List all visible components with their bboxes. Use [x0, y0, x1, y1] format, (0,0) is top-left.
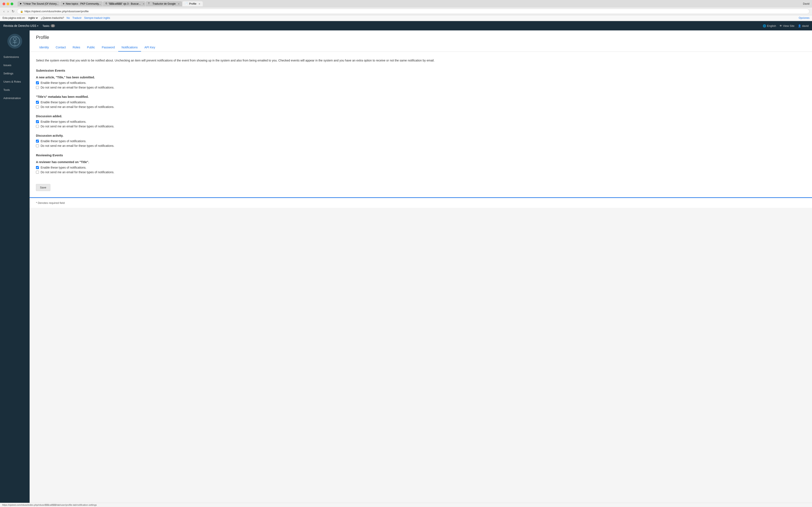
view-site-label: View Site [783, 24, 795, 27]
sidebar-label-users-roles: Users & Roles [3, 80, 21, 83]
maximize-window-button[interactable] [11, 3, 13, 5]
checkbox-row-reviewer-commented-enable: Enable these types of notifications. [36, 166, 806, 169]
browser-tab-5[interactable]: 📄 Profile ✕ [183, 1, 203, 6]
tab-title-2: New topics · PKP Community... [66, 2, 101, 5]
checkbox-row-discussion-added-email: Do not send me an email for these types … [36, 125, 806, 128]
checkbox-new-article-enable[interactable] [36, 81, 39, 84]
checkbox-new-article-email[interactable] [36, 86, 39, 89]
checkbox-discussion-added-enable[interactable] [36, 120, 39, 123]
page-header: Profile Identity Contact Roles Public Pa… [30, 31, 812, 52]
browser-tab-3[interactable]: G "$$$call$$$" ojs 3 - Buscar... ✕ [103, 1, 145, 6]
back-button[interactable]: ‹ [3, 9, 5, 14]
tab-public[interactable]: Public [84, 44, 98, 52]
checkbox-title-metadata-email[interactable] [36, 105, 39, 108]
tab-contact[interactable]: Contact [52, 44, 69, 52]
checkbox-label-title-metadata-enable: Enable these types of notifications. [41, 101, 86, 104]
checkbox-reviewer-commented-enable[interactable] [36, 166, 39, 169]
tasks-count: 0 [51, 24, 55, 27]
window-controls [3, 3, 13, 5]
tab-bar: Identity Contact Roles Public Password N… [36, 44, 806, 52]
reload-button[interactable]: ↻ [11, 9, 15, 14]
sidebar-logo: USS [7, 34, 22, 49]
app-wrapper: Revista de Derecho USS ▾ Tasks 0 🌐 Engli… [0, 21, 812, 503]
checkbox-reviewer-commented-email[interactable] [36, 171, 39, 174]
language-link[interactable]: 🌐 English [763, 24, 776, 27]
browser-tab-1[interactable]: ▶ "I Hear The Sound (Of Victory... ✕ [17, 1, 60, 6]
tab-identity[interactable]: Identity [36, 44, 52, 52]
status-url: https://ojstest.com/rduss/index.php/rdus… [2, 504, 97, 506]
sidebar-item-settings[interactable]: Settings [0, 69, 30, 77]
sidebar-label-issues: Issues [3, 64, 11, 67]
checkbox-discussion-activity-email[interactable] [36, 144, 39, 147]
sidebar-item-administration[interactable]: Administration [0, 94, 30, 102]
forward-button[interactable]: › [7, 9, 9, 14]
browser-tab-2[interactable]: ◈ New topics · PKP Community... ✕ [60, 1, 103, 6]
translate-yes-button[interactable]: Traducir [72, 16, 82, 19]
browser-titlebar: ▶ "I Hear The Sound (Of Victory... ✕ ◈ N… [0, 0, 812, 8]
language-icon: 🌐 [763, 24, 766, 27]
translate-always-button[interactable]: Siempre traducir inglés [84, 16, 110, 19]
submission-events-heading: Submission Events [36, 69, 806, 72]
tab-close-3[interactable]: ✕ [143, 3, 144, 5]
tab-close-5[interactable]: ✕ [199, 3, 200, 5]
lock-icon: 🔒 [20, 10, 23, 13]
tab-api-key[interactable]: API Key [141, 44, 159, 52]
top-nav-right: 🌐 English 👁 View Site 👤 david [763, 24, 809, 27]
translate-options-button[interactable]: Opciones [799, 16, 809, 19]
journal-name[interactable]: Revista de Derecho USS ▾ [3, 24, 38, 27]
checkbox-label-discussion-added-enable: Enable these types of notifications. [41, 120, 86, 123]
sidebar-label-submissions: Submissions [3, 55, 19, 59]
translate-language-select[interactable]: inglés [28, 16, 39, 20]
translate-bar: Esta página está en inglés ¿Quieres trad… [0, 15, 812, 21]
tab-password[interactable]: Password [98, 44, 118, 52]
notification-group-discussion-added: Discussion added. Enable these types of … [36, 114, 806, 128]
tab-title-3: "$$$call$$$" ojs 3 - Buscar... [108, 2, 141, 5]
tab-favicon-2: ◈ [63, 2, 64, 5]
user-label: david [802, 24, 809, 27]
tab-notifications[interactable]: Notifications [118, 44, 141, 52]
browser-tab-4[interactable]: T Traductor de Google ✕ [146, 1, 182, 6]
sidebar-item-issues[interactable]: Issues [0, 61, 30, 69]
notification-group-discussion-activity: Discussion activity. Enable these types … [36, 134, 806, 148]
sidebar-item-submissions[interactable]: Submissions [0, 53, 30, 61]
translate-prefix: Esta página está en [3, 16, 25, 19]
checkbox-row-reviewer-commented-email: Do not send me an email for these types … [36, 170, 806, 174]
tab-close-4[interactable]: ✕ [178, 3, 180, 5]
reviewing-events-heading: Reviewing Events [36, 153, 806, 157]
notification-title-reviewer-commented: A reviewer has commented on "Title". [36, 160, 806, 164]
journal-name-text: Revista de Derecho USS [3, 24, 36, 27]
checkbox-title-metadata-enable[interactable] [36, 101, 39, 104]
translate-no-button[interactable]: No [67, 16, 70, 19]
address-bar[interactable]: 🔒 https://ojstest.com/rduss/index.php/rd… [17, 9, 809, 14]
checkbox-discussion-added-email[interactable] [36, 125, 39, 128]
browser-chrome: ▶ "I Hear The Sound (Of Victory... ✕ ◈ N… [0, 0, 812, 21]
save-button[interactable]: Save [36, 184, 50, 191]
checkbox-label-reviewer-commented-email: Do not send me an email for these types … [41, 170, 114, 174]
notification-group-title-metadata: "Title's" metadata has been modified. En… [36, 95, 806, 109]
sidebar-navigation: Submissions Issues Settings Users & Role… [0, 53, 30, 102]
checkbox-label-reviewer-commented-enable: Enable these types of notifications. [41, 166, 86, 169]
view-site-link[interactable]: 👁 View Site [779, 24, 795, 27]
journal-dropdown-icon: ▾ [37, 25, 38, 27]
top-nav: Revista de Derecho USS ▾ Tasks 0 🌐 Engli… [0, 21, 812, 31]
sidebar: USS Submissions Issues Settings Users & … [0, 31, 30, 503]
tab-favicon-4: T [148, 2, 151, 5]
checkbox-discussion-activity-enable[interactable] [36, 139, 39, 143]
reviewing-events-section: Reviewing Events A reviewer has commente… [36, 153, 806, 174]
tab-title-5: Profile [189, 2, 196, 5]
browser-user: David [803, 2, 809, 5]
close-window-button[interactable] [3, 3, 5, 5]
page-description: Select the system events that you wish t… [36, 58, 806, 63]
checkbox-row-new-article-email: Do not send me an email for these types … [36, 86, 806, 89]
user-link[interactable]: 👤 david [798, 24, 809, 27]
required-field-note: * Denotes required field [30, 197, 812, 208]
minimize-window-button[interactable] [7, 3, 9, 5]
notification-group-reviewer-commented: A reviewer has commented on "Title". Ena… [36, 160, 806, 174]
checkbox-row-title-metadata-enable: Enable these types of notifications. [36, 101, 806, 104]
browser-addressbar: ‹ › ↻ 🔒 https://ojstest.com/rduss/index.… [0, 8, 812, 15]
tasks-link[interactable]: Tasks 0 [43, 24, 55, 27]
tab-roles[interactable]: Roles [69, 44, 84, 52]
sidebar-item-tools[interactable]: Tools [0, 86, 30, 94]
sidebar-item-users-roles[interactable]: Users & Roles [0, 77, 30, 86]
checkbox-label-title-metadata-email: Do not send me an email for these types … [41, 105, 114, 109]
